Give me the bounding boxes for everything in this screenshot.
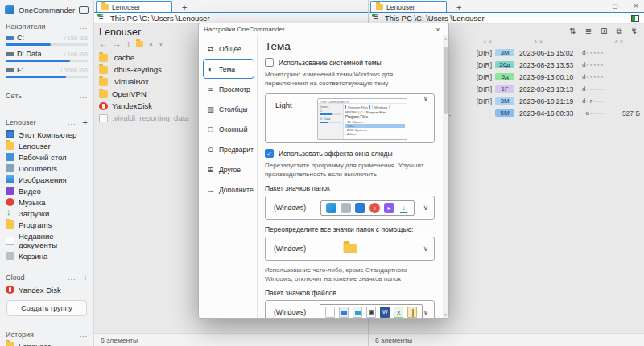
tab-advanced[interactable]: Дополнительно xyxy=(203,179,254,200)
sidebar-item-recent[interactable]: Недавние документы xyxy=(0,230,93,250)
create-group-button[interactable]: Создать группу xyxy=(6,300,87,316)
folder-icon xyxy=(6,142,14,150)
drives-menu-button[interactable]: ... xyxy=(79,23,88,31)
scrollbar-thumb[interactable] xyxy=(444,47,448,114)
favorites-menu-button[interactable]: ... xyxy=(68,118,76,126)
theme-icon xyxy=(206,65,215,73)
favorites-label: Lenouser xyxy=(6,118,68,126)
sort-chevrons[interactable]: ∧ ∨ xyxy=(483,39,492,45)
favorites-add-button[interactable]: + xyxy=(83,117,88,127)
history-menu-button[interactable]: ... xyxy=(79,331,88,339)
pane-menu-icon[interactable] xyxy=(99,15,106,22)
video-icon xyxy=(6,187,14,195)
excel-file-icon xyxy=(394,307,403,318)
dialog-scrollbar[interactable] xyxy=(443,35,448,318)
list-view-icon[interactable]: ≣ xyxy=(585,27,592,36)
sidebar-item-yandex-disk[interactable]: Yandex Disk xyxy=(0,284,93,295)
up-button[interactable]: ↑ xyxy=(126,39,130,48)
override-folder-icons-dropdown[interactable]: (Windows) xyxy=(265,237,435,261)
close-button[interactable] xyxy=(631,2,641,10)
new-tab-button[interactable]: + xyxy=(172,2,196,12)
minimize-button[interactable] xyxy=(589,2,599,10)
forward-button[interactable]: → xyxy=(113,39,121,48)
copy-icon[interactable]: ⧉ xyxy=(616,27,621,36)
collapse-icon[interactable]: ∧ xyxy=(149,41,153,47)
breadcrumb[interactable]: This PC \C: \Users \Lenouser xyxy=(385,14,485,23)
dir-marker: [DIR] xyxy=(463,85,492,93)
app-sidebar: OneCommander Накопители ... C: / 150 GB … xyxy=(0,0,94,346)
maximize-button[interactable] xyxy=(610,2,620,10)
date-modified: 2022-03-23 13:13 xyxy=(519,85,582,93)
file-name: .dbus-keyrings xyxy=(112,65,162,74)
breadcrumb[interactable]: This PC \C: \Users \Lenouser xyxy=(110,14,210,23)
tab-view[interactable]: Просмотр xyxy=(203,79,254,99)
tab-other[interactable]: Другое xyxy=(203,159,254,179)
image-file-icon xyxy=(339,307,349,318)
folder-icon xyxy=(99,90,108,98)
yandex-disk-icon xyxy=(6,286,14,294)
sidebar-item-pictures[interactable]: Изображения xyxy=(0,174,93,185)
preview-tab: Windows xyxy=(372,105,390,109)
sidebar-item-downloads[interactable]: Загрузки xyxy=(0,208,93,219)
expand-icon[interactable]: ∨ xyxy=(159,41,163,47)
grid-view-icon[interactable]: ⊞ xyxy=(601,27,607,36)
system-theme-checkbox[interactable] xyxy=(265,58,274,67)
folder-pack-preview xyxy=(320,200,415,216)
downloads-icon xyxy=(398,203,409,213)
file-icon-pack-dropdown[interactable]: (Windows) xyxy=(265,300,435,318)
left-tab-lenouser[interactable]: Lenouser xyxy=(96,1,172,12)
theme-selector-dropdown[interactable]: Light One Commander v3 Drives C: D: Data xyxy=(265,93,435,143)
flash-filter-icon[interactable]: ↯ xyxy=(631,27,638,36)
age-badge: 3М xyxy=(495,97,514,105)
sidebar-item-programs[interactable]: Programs xyxy=(0,219,93,230)
sidebar-item-video[interactable]: Видео xyxy=(0,185,93,196)
tab-preview[interactable]: Предварительн... xyxy=(203,139,254,159)
tab-theme[interactable]: Тема xyxy=(203,59,254,79)
sidebar-item-this-pc[interactable]: Этот Компьютер xyxy=(0,129,93,140)
folder-up-icon[interactable] xyxy=(136,41,143,47)
checkbox-label: Использование системной темы xyxy=(279,59,382,67)
tab-window[interactable]: Оконный xyxy=(203,119,254,139)
sidebar-item-documents[interactable]: Documents xyxy=(0,163,93,174)
sort-chevrons[interactable]: ∧ ∨ xyxy=(614,39,623,45)
left-statusbar: 6 элементы xyxy=(94,333,368,346)
cloud-menu-button[interactable]: ... xyxy=(68,274,76,282)
override-label: Переопределите все значки папок с помощь… xyxy=(265,225,440,233)
right-tab-lenouser[interactable]: Lenouser xyxy=(370,1,447,12)
display-icon[interactable] xyxy=(79,6,89,14)
cloud-add-button[interactable]: + xyxy=(83,273,88,282)
preview-path: MSI2SG | C: \ Program Files xyxy=(345,110,405,114)
sidebar-item-recycle-bin[interactable]: Корзина xyxy=(0,250,93,262)
drive-f[interactable]: F: / 3000 GB xyxy=(0,64,93,80)
history-item-lenouser[interactable]: Lenouser xyxy=(0,340,93,346)
tab-general[interactable]: Общее xyxy=(203,39,254,59)
file-name: YandexDisk xyxy=(112,101,152,110)
drive-capacity: / 3000 GB xyxy=(60,67,88,74)
folder-icon-pack-dropdown[interactable]: (Windows) xyxy=(265,196,435,220)
file-name: .cache xyxy=(112,53,134,62)
sidebar-item-music[interactable]: Музыка xyxy=(0,196,93,208)
mica-effect-checkbox[interactable] xyxy=(265,149,274,158)
sidebar-item-desktop[interactable]: Рабочий стол xyxy=(0,151,93,163)
pane-menu-icon[interactable] xyxy=(374,15,381,22)
description-text: Мониторинг изменений темы Windows для пе… xyxy=(265,71,435,88)
sort-chevrons[interactable]: ∧ ∨ xyxy=(534,39,543,45)
drive-d[interactable]: D: Data / 106 GB xyxy=(0,48,93,64)
sidebar-item-lenouser[interactable]: Lenouser xyxy=(0,140,93,151)
new-tab-button[interactable]: + xyxy=(447,2,471,12)
back-button[interactable]: ← xyxy=(99,39,107,48)
network-menu-button[interactable]: ... xyxy=(79,92,88,100)
recent-documents-icon xyxy=(6,237,14,245)
sort-icon[interactable]: ⇅ xyxy=(569,27,576,36)
drive-c[interactable]: C: / 150 GB xyxy=(0,32,93,48)
tab-label: Оконный xyxy=(219,126,247,134)
music-icon xyxy=(369,203,380,213)
dir-marker: [DIR] xyxy=(463,97,492,105)
date-modified: 2023-09-13 00:10 xyxy=(519,73,582,81)
drive-name: C: xyxy=(17,34,24,42)
layout-toggle-icon[interactable] xyxy=(631,15,639,22)
grid-icon xyxy=(206,166,215,174)
tab-columns[interactable]: Столбцы xyxy=(203,99,254,119)
dialog-close-icon[interactable]: × xyxy=(432,26,444,34)
sidebar-item-label: Музыка xyxy=(19,198,46,207)
